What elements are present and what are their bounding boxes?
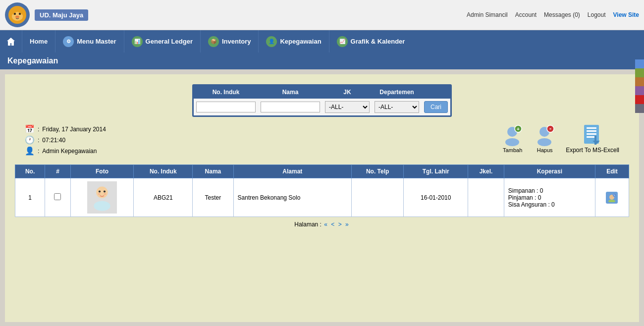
row-edit: ✎	[595, 178, 629, 217]
tambah-icon: +	[501, 125, 524, 147]
nav-home-button[interactable]	[0, 30, 22, 53]
header-right: Admin Simancil Account Messages (0) Logo…	[467, 11, 639, 18]
color-swatch-green[interactable]	[635, 68, 644, 77]
export-label: Export To MS-Excell	[566, 147, 619, 154]
export-button[interactable]: Export To MS-Excell	[566, 124, 619, 154]
row-no: 1	[15, 178, 45, 217]
svg-point-30	[104, 193, 106, 195]
col-jk: JK	[322, 86, 372, 99]
th-no: No.	[15, 165, 45, 178]
col-no-induk: No. Induk	[194, 86, 258, 99]
search-no-induk-input[interactable]	[196, 102, 256, 112]
search-nama-input[interactable]	[261, 102, 320, 112]
pagination-next[interactable]: >	[338, 221, 342, 228]
color-swatch-red[interactable]	[635, 95, 644, 104]
data-table: No. # Foto No. Induk Nama Alamat No. Tel…	[15, 164, 629, 217]
account-link[interactable]: Account	[515, 11, 537, 18]
nav-home-label: Home	[30, 38, 48, 45]
color-swatch-gray[interactable]	[635, 104, 644, 113]
nav-grafik-label: Grafik & Kalender	[351, 38, 405, 45]
nav-item-home[interactable]: Home	[22, 30, 55, 53]
pagination-first[interactable]: «	[324, 221, 327, 228]
nav-general-ledger-label: General Ledger	[146, 38, 193, 45]
info-actions-row: 📅 : Friday, 17 January 2014 🕐 : 07:21:40…	[15, 124, 629, 157]
th-no-induk: No. Induk	[134, 165, 193, 178]
svg-point-27	[99, 190, 101, 192]
date-info: 📅 : Friday, 17 January 2014	[25, 124, 501, 134]
row-foto	[70, 178, 134, 217]
search-form: No. Induk Nama JK Departemen -ALL-	[192, 84, 452, 117]
tambah-button[interactable]: + Tambah	[501, 125, 524, 153]
user-icon: 👤	[25, 146, 35, 156]
menu-master-icon: ⚙	[63, 36, 74, 47]
row-checkbox-cell	[45, 178, 70, 217]
svg-point-28	[104, 190, 106, 192]
user-info: 👤 : Admin Kepegawaian	[25, 146, 501, 156]
row-alamat: Santren Bekonang Solo	[233, 178, 351, 217]
header-left: UD. Maju Jaya	[5, 2, 88, 27]
pagination-last[interactable]: »	[345, 221, 349, 228]
svg-text:-: -	[549, 125, 551, 132]
svg-point-29	[98, 193, 101, 195]
hapus-icon: -	[534, 125, 556, 147]
svg-rect-19	[587, 130, 596, 132]
row-jkel	[468, 178, 504, 217]
search-table: No. Induk Nama JK Departemen -ALL-	[194, 86, 450, 115]
remove-person-icon: -	[534, 125, 556, 147]
color-swatch-blue[interactable]	[635, 59, 644, 68]
admin-user-label: Admin Simancil	[467, 11, 508, 18]
row-no-telp	[352, 178, 404, 217]
pagination-prev[interactable]: <	[331, 221, 334, 228]
inventory-icon: 📦	[208, 36, 219, 47]
baby-photo-svg	[90, 183, 114, 213]
info-right: + Tambah - Hapus	[501, 124, 619, 154]
svg-text:✎: ✎	[613, 194, 615, 197]
header: UD. Maju Jaya Admin Simancil Account Mes…	[0, 0, 644, 30]
search-jk-select[interactable]: -ALL- L P	[325, 101, 370, 113]
th-nama: Nama	[193, 165, 233, 178]
nav-item-grafik[interactable]: 📈 Grafik & Kalender	[329, 30, 413, 53]
user-separator: :	[38, 148, 39, 155]
svg-rect-23	[594, 136, 596, 145]
row-checkbox[interactable]	[54, 193, 61, 200]
add-person-icon: +	[501, 125, 524, 147]
svg-rect-18	[587, 127, 596, 129]
svg-text:+: +	[517, 126, 520, 132]
th-jkel: Jkel.	[468, 165, 504, 178]
viewsite-link[interactable]: View Site	[613, 11, 639, 18]
nav-item-menu-master[interactable]: ⚙ Menu Master	[55, 30, 123, 53]
edit-icon-svg: ✎	[607, 193, 616, 202]
hapus-label: Hapus	[537, 147, 553, 153]
search-button[interactable]: Cari	[424, 101, 448, 113]
content-area: No. Induk Nama JK Departemen -ALL-	[5, 74, 639, 322]
row-no-induk: ABG21	[134, 178, 193, 217]
col-departemen: Departemen	[372, 86, 422, 99]
row-koperasi: Simpanan : 0 Pinjaman : 0 Sisa Angsuran …	[504, 178, 595, 217]
th-no-telp: No. Telp	[352, 165, 404, 178]
hapus-button[interactable]: - Hapus	[534, 125, 556, 153]
search-departemen-select[interactable]: -ALL-	[375, 101, 419, 113]
messages-link[interactable]: Messages (0)	[544, 11, 580, 18]
th-tgl-lahir: Tgl. Lahir	[404, 165, 468, 178]
navbar: Home ⚙ Menu Master 📊 General Ledger 📦 In…	[0, 30, 644, 53]
nav-kepegawaian-label: Kepegawaian	[280, 38, 321, 45]
col-action	[422, 86, 450, 99]
logo	[5, 2, 30, 27]
svg-point-10	[505, 138, 519, 146]
export-icon	[582, 124, 604, 147]
pagination: Halaman : « < > »	[15, 217, 629, 232]
time-value: 07:21:40	[42, 137, 65, 144]
tambah-label: Tambah	[503, 147, 522, 153]
edit-button[interactable]: ✎	[606, 192, 618, 204]
date-separator: :	[38, 126, 39, 133]
nav-item-kepegawaian[interactable]: 👤 Kepegawaian	[258, 30, 328, 53]
nav-item-general-ledger[interactable]: 📊 General Ledger	[124, 30, 200, 53]
nav-item-inventory[interactable]: 📦 Inventory	[200, 30, 259, 53]
time-info: 🕐 : 07:21:40	[25, 135, 501, 145]
general-ledger-icon: 📊	[132, 36, 143, 47]
color-palette	[635, 59, 644, 113]
row-tgl-lahir: 16-01-2010	[404, 178, 468, 217]
logout-link[interactable]: Logout	[588, 11, 606, 18]
color-swatch-brown[interactable]	[635, 77, 644, 86]
color-swatch-purple[interactable]	[635, 86, 644, 95]
